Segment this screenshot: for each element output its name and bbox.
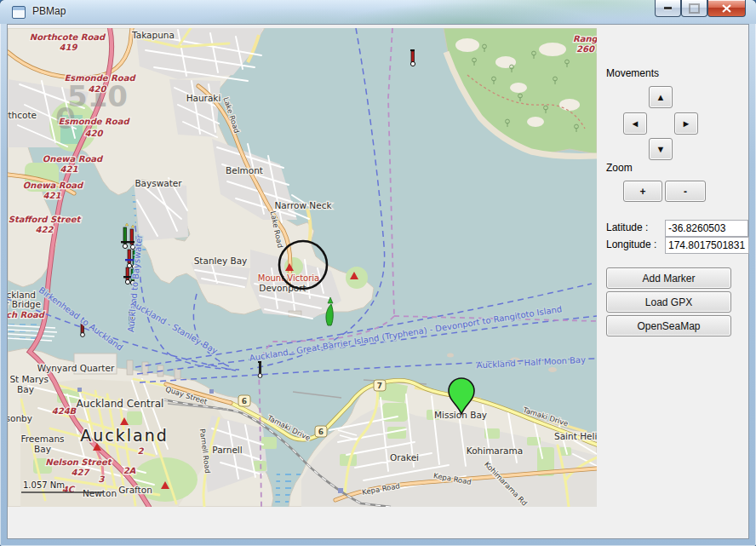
- zoom-in-button[interactable]: +: [623, 181, 662, 202]
- label-belmont: Belmont: [226, 165, 263, 175]
- label-wynyard-quarter: Wynyard Quarter: [37, 363, 115, 373]
- close-icon: [722, 4, 731, 13]
- latitude-label: Latitude :: [606, 221, 648, 233]
- label-takapuna: Takapuna: [131, 30, 175, 40]
- move-up-button[interactable]: ▲: [649, 86, 673, 108]
- map-svg[interactable]: 510 0 Takapuna Northcote Road 419 Esmond…: [8, 28, 597, 507]
- label-northcote-road: Northcote Road: [30, 32, 106, 42]
- move-left-button[interactable]: ◄: [623, 112, 647, 135]
- label-grafton: Grafton: [118, 485, 152, 495]
- label-onewa-road-2: Onewa Road: [23, 181, 84, 190]
- longitude-input[interactable]: [665, 237, 749, 254]
- label-auckland-central: Auckland Central: [77, 398, 164, 410]
- label-ref427: 427: [72, 468, 90, 477]
- label-onewa-road-1: Onewa Road: [43, 154, 104, 164]
- beacon-red-north: [410, 49, 415, 66]
- label-freemans-bay: Bay: [34, 444, 51, 454]
- label-ref420-1: 420: [89, 84, 107, 94]
- window-title: PBMap: [32, 5, 66, 17]
- label-kohimarama: Kohimarama: [467, 445, 523, 456]
- label-ref3: 3: [99, 474, 106, 484]
- label-esmonde-road-1: Esmonde Road: [64, 73, 136, 83]
- pbmap-window: PBMap: [0, 0, 756, 546]
- label-newton: Newton: [83, 488, 117, 498]
- minimize-button[interactable]: [655, 0, 681, 17]
- label-st-marys-bay: Bay: [17, 384, 34, 394]
- label-ref421-1: 421: [60, 164, 78, 174]
- label-ref421-2: 421: [43, 191, 61, 200]
- label-northcote: Northcote: [8, 110, 37, 120]
- caption-buttons: [655, 0, 746, 17]
- zoom-out-button[interactable]: -: [665, 181, 706, 202]
- move-down-button[interactable]: ▼: [649, 138, 673, 160]
- label-ref2a: 2A: [123, 466, 136, 475]
- label-orakei: Orakei: [390, 452, 419, 463]
- label-rangitoto-elev: 260 m: [576, 44, 597, 54]
- minimize-icon: [664, 7, 672, 9]
- movements-label: Movements: [606, 67, 659, 79]
- openseamap-button[interactable]: OpenSeaMap: [606, 315, 731, 336]
- maximize-button[interactable]: [681, 0, 707, 17]
- label-ref424b: 424B: [52, 406, 77, 416]
- label-rangitoto: Rangitoto: [573, 34, 597, 44]
- latitude-input[interactable]: [665, 220, 748, 237]
- label-bayswater: Bayswater: [135, 178, 182, 188]
- label-stanley-bay: Stanley Bay: [194, 256, 248, 266]
- move-right-button[interactable]: ►: [674, 112, 698, 135]
- client-area: 510 0 Takapuna Northcote Road 419 Esmond…: [7, 24, 749, 539]
- label-ref419: 419: [60, 43, 78, 52]
- label-auckland: Auckland: [80, 426, 169, 445]
- label-parnell: Parnell: [212, 445, 242, 455]
- add-marker-button[interactable]: Add Marker: [606, 267, 731, 289]
- shield-7: 7: [377, 382, 382, 390]
- label-ref420-2: 420: [85, 129, 104, 138]
- label-ponsonby: Ponsonby: [8, 413, 32, 423]
- label-narrow-neck: Narrow Neck: [274, 200, 332, 210]
- map-canvas[interactable]: 510 0 Takapuna Northcote Road 419 Esmond…: [8, 28, 597, 507]
- label-hauraki: Hauraki: [186, 93, 221, 103]
- shield-6-1: 6: [242, 397, 247, 405]
- label-ref2: 2: [138, 446, 145, 456]
- zoom-label: Zoom: [606, 162, 633, 174]
- maximize-icon: [689, 3, 700, 14]
- label-saint-heliers: Saint Heliers: [554, 431, 597, 441]
- label-harbour-bridge-2: Harbour Bridge: [8, 299, 41, 309]
- label-nelson-street: Nelson Street: [45, 457, 112, 467]
- label-freemans: Freemans: [20, 434, 64, 444]
- shield-6-2: 6: [318, 428, 324, 436]
- label-beach-road: Beach Road: [8, 310, 46, 319]
- load-gpx-button[interactable]: Load GPX: [606, 291, 731, 313]
- control-panel: Movements ▲ ◄ ► ▼ Zoom + - Latitude : Lo…: [597, 25, 748, 538]
- label-esmonde-road-2: Esmonde Road: [58, 117, 130, 126]
- scale-label: 1.057 Nm: [23, 480, 65, 490]
- close-button[interactable]: [707, 0, 746, 17]
- label-st-marys: St Marys: [9, 374, 49, 384]
- label-ref422: 422: [36, 225, 54, 234]
- label-mount-victoria: Mount Victoria: [258, 273, 319, 283]
- titlebar[interactable]: PBMap: [0, 0, 756, 24]
- longitude-label: Longitude :: [606, 239, 656, 250]
- label-stafford-street: Stafford Street: [9, 215, 82, 224]
- app-icon: [12, 6, 26, 19]
